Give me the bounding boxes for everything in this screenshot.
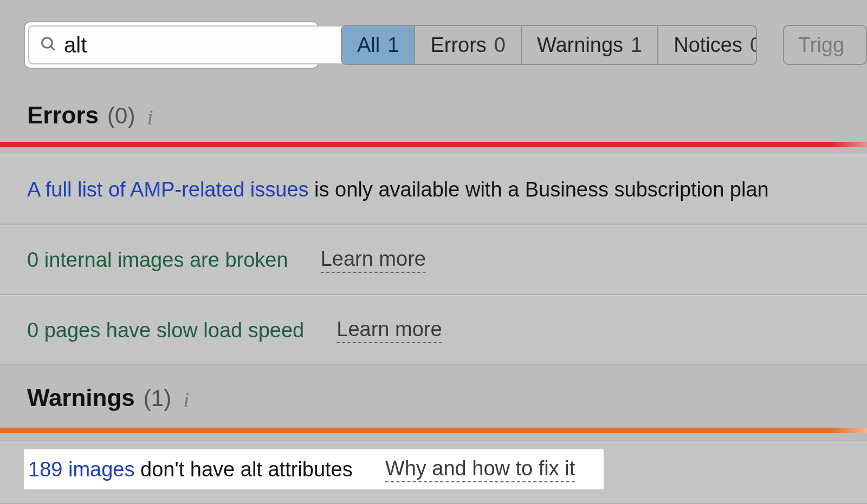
issue-row-slow-pages: 0 pages have slow load speed Learn more xyxy=(0,295,867,365)
alt-images-link[interactable]: 189 images xyxy=(28,458,134,481)
filter-tab-notices[interactable]: Notices 0 xyxy=(658,26,757,64)
search-input[interactable] xyxy=(57,33,345,57)
amp-issues-text: is only available with a Business subscr… xyxy=(309,178,769,201)
svg-point-0 xyxy=(42,38,52,48)
slow-pages-text: 0 pages have slow load speed xyxy=(27,319,304,342)
filter-tab-all[interactable]: All 1 xyxy=(342,26,415,64)
section-title: Warnings xyxy=(27,384,135,411)
search-container xyxy=(24,21,319,69)
alt-images-text: don't have alt attributes xyxy=(134,458,352,481)
filter-count: 1 xyxy=(387,34,399,57)
filter-tab-warnings[interactable]: Warnings 1 xyxy=(522,26,658,64)
amp-issues-link[interactable]: A full list of AMP-related issues xyxy=(27,178,309,201)
info-icon[interactable]: i xyxy=(147,104,153,130)
filter-tab-errors[interactable]: Errors 0 xyxy=(415,26,522,64)
broken-images-text: 0 internal images are broken xyxy=(27,248,288,272)
toolbar: All 1 Errors 0 Warnings 1 Notices 0 Trig… xyxy=(24,21,867,69)
section-count: (1) xyxy=(144,385,171,411)
search-icon xyxy=(39,35,57,55)
learn-more-link[interactable]: Learn more xyxy=(321,247,426,273)
errors-divider xyxy=(0,142,867,147)
search-field-wrap[interactable] xyxy=(28,25,372,64)
learn-more-link[interactable]: Learn more xyxy=(337,318,442,343)
svg-line-1 xyxy=(51,47,55,50)
filter-label: Notices xyxy=(674,34,742,57)
why-how-fix-link[interactable]: Why and how to fix it xyxy=(385,457,575,482)
filter-count: 0 xyxy=(494,34,506,57)
filter-label: All xyxy=(357,34,380,57)
filter-label: Warnings xyxy=(537,34,623,57)
warnings-section-header: Warnings (1) i xyxy=(27,384,189,411)
filter-tabs: All 1 Errors 0 Warnings 1 Notices 0 xyxy=(341,25,757,65)
trigger-label: Trigg xyxy=(798,34,844,57)
issue-row-broken-images: 0 internal images are broken Learn more xyxy=(0,225,867,295)
trigger-button[interactable]: Trigg xyxy=(783,25,867,65)
warnings-divider xyxy=(0,428,867,433)
errors-section-header: Errors (0) i xyxy=(27,102,153,129)
info-icon[interactable]: i xyxy=(183,387,189,413)
section-count: (0) xyxy=(107,103,135,129)
highlighted-issue: 189 images don't have alt attributes Why… xyxy=(24,449,604,489)
section-title: Errors xyxy=(27,102,99,129)
filter-count: 1 xyxy=(631,34,642,57)
filter-label: Errors xyxy=(430,34,486,57)
issue-row-amp: A full list of AMP-related issues is onl… xyxy=(0,154,867,225)
filter-count: 0 xyxy=(750,34,757,57)
